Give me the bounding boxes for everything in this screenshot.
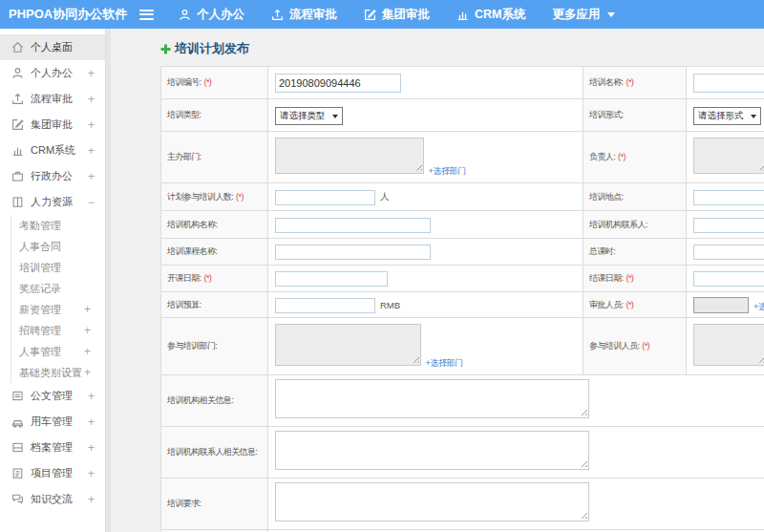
training-type-select[interactable]: 请选择类型 — [275, 107, 343, 125]
sidebar-item-personal-office[interactable]: 个人办公 + — [0, 60, 105, 86]
sidebar-item-knowledge[interactable]: 知识交流 + — [0, 486, 105, 512]
host-dept-textarea[interactable] — [275, 138, 424, 174]
nav-more-apps[interactable]: 更多应用 — [552, 7, 615, 23]
expand-plus-icon[interactable]: + — [84, 324, 91, 337]
total-hours-input[interactable] — [693, 245, 764, 260]
form-row: 主办部门: +选择部门 负责人:(*) +选择负责人 — [161, 132, 764, 183]
planned-count-input[interactable] — [275, 190, 375, 205]
flow-icon — [11, 93, 24, 105]
sidebar-subitem-hr-manage[interactable]: 人事管理 + — [19, 341, 105, 362]
field-label-type: 培训类型: — [161, 99, 268, 132]
expand-plus-icon[interactable]: + — [84, 345, 91, 358]
caret-down-icon — [607, 12, 615, 17]
field-label-hours: 总课时: — [584, 239, 687, 266]
green-plus-icon — [160, 44, 171, 54]
expand-plus-icon[interactable]: + — [88, 441, 95, 455]
sidebar-subitem-base-category[interactable]: 基础类别设置 + — [19, 362, 105, 383]
sidebar-item-personal-desktop[interactable]: 个人桌面 — [0, 34, 105, 60]
nav-personal-office[interactable]: 个人办公 — [179, 7, 244, 23]
nav-label: 个人办公 — [197, 7, 244, 23]
select-approver-link[interactable]: +选择审批人员 — [753, 302, 764, 311]
nav-crm[interactable]: CRM系统 — [456, 7, 525, 23]
home-icon — [11, 41, 24, 53]
sidebar-subitem-recruit[interactable]: 招聘管理 + — [19, 320, 105, 341]
field-label-start-date: 开课日期:(*) — [161, 266, 268, 292]
sidebar-subitem-hr-contract[interactable]: 人事合同 — [19, 236, 105, 257]
nav-label: CRM系统 — [475, 7, 525, 23]
sidebar-item-group-approval[interactable]: 集团审批 + — [0, 112, 105, 138]
leader-textarea[interactable] — [693, 138, 764, 174]
hamburger-menu-icon[interactable] — [139, 10, 154, 20]
expand-plus-icon[interactable]: + — [84, 303, 91, 316]
expand-plus-icon[interactable]: + — [88, 390, 95, 403]
form-row: 计划参与培训人数:(*) 人 培训地点: — [161, 183, 764, 211]
form-row: 培训机构相关信息: — [161, 375, 764, 427]
form-row: 培训机构名称: 培训机构联系人: — [161, 211, 764, 239]
caret-down-icon — [751, 115, 756, 118]
join-users-textarea[interactable] — [693, 324, 764, 366]
field-label-place: 培训地点: — [584, 183, 687, 211]
field-label-org-contact-info: 培训机构联系人相关信息: — [161, 427, 268, 479]
expand-plus-icon[interactable]: + — [88, 93, 95, 106]
sidebar-item-vehicle[interactable]: 用车管理 + — [0, 409, 105, 435]
sidebar-item-hr[interactable]: 人力资源 − — [0, 189, 105, 215]
form-row: 培训课程名称: 总课时: — [161, 239, 764, 266]
org-contact-info-textarea[interactable] — [275, 431, 589, 470]
sidebar-subitem-salary[interactable]: 薪资管理 + — [19, 299, 105, 320]
budget-input[interactable] — [275, 298, 375, 313]
org-name-input[interactable] — [275, 218, 431, 233]
expand-plus-icon[interactable]: + — [88, 415, 95, 429]
expand-plus-icon[interactable]: + — [88, 67, 95, 80]
sidebar-subitem-reward-record[interactable]: 奖惩记录 — [19, 278, 105, 299]
currency-suffix: RMB — [380, 300, 400, 310]
training-place-input[interactable] — [693, 190, 764, 205]
main-content: 培训计划发布 培训编号:(*) 培训名称:(*) 培训类型: 请选择类型 培训形… — [111, 29, 764, 532]
flow-icon — [271, 9, 284, 21]
select-dept-link[interactable]: +选择部门 — [428, 165, 465, 178]
sidebar-item-crm[interactable]: CRM系统 + — [0, 138, 105, 163]
expand-plus-icon[interactable]: + — [88, 493, 95, 506]
training-no-input[interactable] — [275, 74, 401, 93]
user-icon — [11, 67, 24, 79]
field-label-org-info: 培训机构相关信息: — [161, 375, 268, 427]
collapse-minus-icon[interactable]: − — [88, 196, 95, 209]
select-join-dept-link[interactable]: +选择部门 — [425, 357, 462, 370]
org-contact-input[interactable] — [693, 218, 764, 233]
expand-plus-icon[interactable]: + — [88, 118, 95, 132]
form-row: 培训要求: — [161, 479, 764, 530]
top-nav: 个人办公 流程审批 集团审批 CRM系统 更多应用 — [179, 7, 615, 23]
expand-plus-icon[interactable]: + — [88, 467, 95, 480]
field-label-requirement: 培训要求: — [161, 479, 268, 530]
project-icon — [11, 467, 24, 479]
nav-label: 流程审批 — [289, 7, 337, 23]
course-name-input[interactable] — [275, 245, 431, 260]
sidebar-item-official-doc[interactable]: 公文管理 + — [0, 383, 105, 409]
nav-group-approval[interactable]: 集团审批 — [364, 7, 430, 23]
sidebar-item-archive[interactable]: 档案管理 + — [0, 435, 105, 460]
field-label-end-date: 结课日期:(*) — [584, 266, 687, 292]
field-label-leader: 负责人:(*) — [584, 132, 687, 183]
top-bar: PHPOA协同办公软件 个人办公 流程审批 集团审批 CRM系统 — [0, 0, 764, 29]
expand-plus-icon[interactable]: + — [84, 366, 91, 379]
sidebar-item-admin-office[interactable]: 行政办公 + — [0, 163, 105, 189]
sidebar-item-project[interactable]: 项目管理 + — [0, 460, 105, 486]
nav-flow-approval[interactable]: 流程审批 — [271, 7, 337, 23]
org-info-textarea[interactable] — [275, 379, 589, 418]
training-mode-select[interactable]: 请选择形式 — [693, 107, 761, 125]
training-name-input[interactable] — [693, 74, 764, 93]
join-dept-textarea[interactable] — [275, 324, 421, 366]
sidebar-subitem-training[interactable]: 培训管理 — [19, 257, 105, 278]
briefcase-icon — [11, 170, 24, 182]
field-label-org: 培训机构名称: — [161, 211, 268, 239]
training-plan-form: 培训编号:(*) 培训名称:(*) 培训类型: 请选择类型 培训形式: 请选择形… — [160, 66, 764, 532]
field-label-count: 计划参与培训人数:(*) — [161, 183, 268, 211]
sidebar-subitem-attendance[interactable]: 考勤管理 — [19, 215, 105, 236]
start-date-input[interactable] — [275, 271, 388, 287]
archive-icon — [11, 441, 24, 454]
edit-icon — [364, 9, 376, 21]
end-date-input[interactable] — [693, 271, 764, 287]
expand-plus-icon[interactable]: + — [88, 170, 95, 183]
requirement-textarea[interactable] — [275, 482, 589, 521]
expand-plus-icon[interactable]: + — [88, 144, 95, 158]
sidebar-item-flow-approval[interactable]: 流程审批 + — [0, 86, 105, 112]
